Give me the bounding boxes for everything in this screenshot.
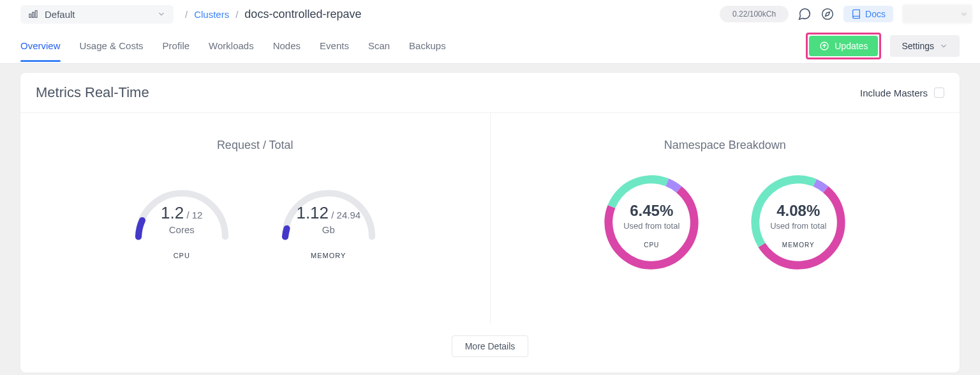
cpu-donut-sub: Used from total xyxy=(600,221,702,231)
include-masters-label: Include Masters xyxy=(860,88,928,98)
settings-label: Settings xyxy=(902,41,934,51)
tab-profile[interactable]: Profile xyxy=(163,30,190,61)
cpu-donut-label: CPU xyxy=(600,241,702,249)
tab-nodes[interactable]: Nodes xyxy=(273,30,301,61)
project-icon xyxy=(28,9,38,19)
tab-backups[interactable]: Backups xyxy=(409,30,446,61)
memory-donut-sub: Used from total xyxy=(747,221,849,231)
book-icon xyxy=(851,9,861,19)
docs-button[interactable]: Docs xyxy=(843,6,893,22)
tab-overview[interactable]: Overview xyxy=(20,30,61,61)
account-menu[interactable] xyxy=(902,4,972,24)
memory-gauge-label: MEMORY xyxy=(311,252,346,259)
chevron-down-icon xyxy=(960,10,969,19)
tabs-row: OverviewUsage & CostsProfileWorkloadsNod… xyxy=(0,28,980,64)
project-name: Default xyxy=(45,9,75,20)
include-masters-checkbox[interactable] xyxy=(934,88,944,98)
memory-donut-pct: 4.08% xyxy=(747,202,849,220)
updates-icon xyxy=(819,41,829,51)
svg-marker-4 xyxy=(826,12,830,17)
tabs: OverviewUsage & CostsProfileWorkloadsNod… xyxy=(20,30,446,61)
cpu-donut: 6.45% Used from total CPU xyxy=(600,171,702,273)
docs-label: Docs xyxy=(865,9,886,19)
project-selector[interactable]: Default xyxy=(20,5,174,24)
memory-donut-label: MEMORY xyxy=(747,241,849,249)
card-header: Metrics Real-Time Include Masters xyxy=(20,73,960,113)
tab-events[interactable]: Events xyxy=(320,30,349,61)
svg-point-3 xyxy=(822,9,833,20)
memory-value: 1.12 xyxy=(296,203,329,222)
cpu-gauge: 1.2 / 12 Cores CPU xyxy=(128,171,236,259)
metrics-body: Request / Total 1.2 / 12 Cores CPU xyxy=(20,113,960,324)
tab-usage-costs[interactable]: Usage & Costs xyxy=(80,30,144,61)
usage-pill: 0.22/100kCh xyxy=(720,6,789,22)
more-details-button[interactable]: More Details xyxy=(452,335,529,357)
chevron-down-icon xyxy=(157,10,166,19)
memory-gauge: 1.12 / 24.94 Gb MEMORY xyxy=(274,171,383,259)
updates-button[interactable]: Updates xyxy=(809,36,878,56)
tab-scan[interactable]: Scan xyxy=(368,30,390,61)
compass-icon[interactable] xyxy=(820,7,835,21)
memory-total: / 24.94 xyxy=(331,210,360,220)
namespace-panel: Namespace Breakdown 6.45% Used from tota… xyxy=(491,113,960,324)
breadcrumb-clusters-link[interactable]: Clusters xyxy=(194,9,229,20)
breadcrumb: / Clusters / docs-controlled-repave xyxy=(185,8,361,21)
cpu-donut-pct: 6.45% xyxy=(600,202,702,220)
cpu-unit: Cores xyxy=(161,224,202,235)
settings-button[interactable]: Settings xyxy=(890,35,960,57)
memory-unit: Gb xyxy=(296,224,360,235)
breadcrumb-separator: / xyxy=(185,9,188,20)
updates-highlight: Updates xyxy=(806,33,881,59)
metrics-card: Metrics Real-Time Include Masters Reques… xyxy=(20,73,960,372)
memory-donut: 4.08% Used from total MEMORY xyxy=(747,171,849,273)
svg-rect-0 xyxy=(29,14,31,17)
request-total-title: Request / Total xyxy=(217,139,293,152)
chat-icon[interactable] xyxy=(798,7,812,21)
namespace-title: Namespace Breakdown xyxy=(664,139,786,152)
svg-rect-1 xyxy=(33,12,34,17)
breadcrumb-separator: / xyxy=(235,9,238,20)
cpu-total: / 12 xyxy=(186,210,202,220)
more-details-row: More Details xyxy=(20,324,960,372)
card-title: Metrics Real-Time xyxy=(36,84,149,101)
breadcrumb-current: docs-controlled-repave xyxy=(244,8,361,21)
include-masters-toggle: Include Masters xyxy=(860,88,944,98)
svg-rect-2 xyxy=(35,11,37,18)
cpu-gauge-label: CPU xyxy=(174,252,190,259)
updates-label: Updates xyxy=(835,41,868,51)
top-bar: Default / Clusters / docs-controlled-rep… xyxy=(0,0,980,28)
cpu-value: 1.2 xyxy=(161,203,184,222)
tab-workloads[interactable]: Workloads xyxy=(209,30,254,61)
chevron-down-icon xyxy=(939,42,948,50)
request-total-panel: Request / Total 1.2 / 12 Cores CPU xyxy=(20,113,491,324)
